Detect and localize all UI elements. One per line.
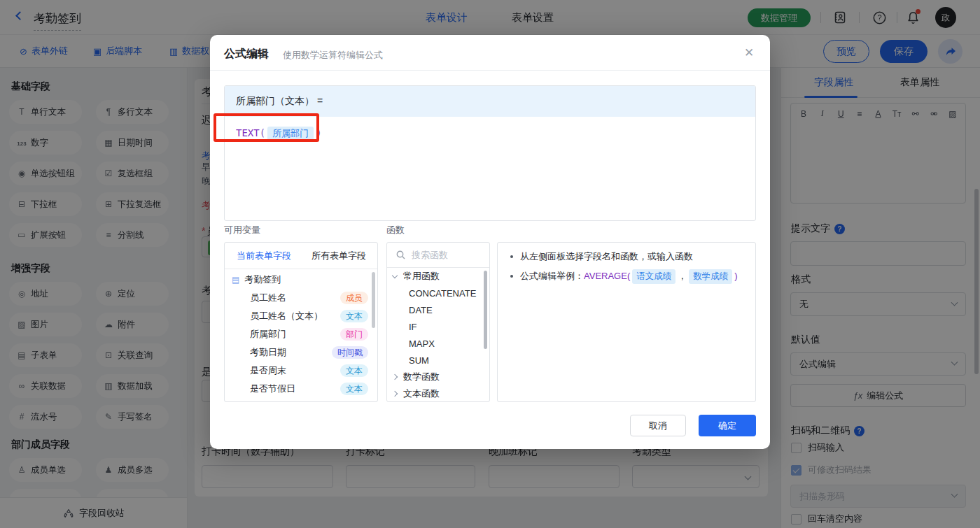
dialog-subtitle: 使用数学运算符编辑公式 bbox=[283, 49, 383, 62]
dialog-title: 公式编辑 bbox=[224, 47, 269, 62]
variable-name: 是否周末 bbox=[250, 364, 286, 377]
variable-type-tag: 文本 bbox=[340, 383, 368, 394]
scrollbar-thumb[interactable] bbox=[372, 272, 375, 328]
variable-type-tag: 文本 bbox=[340, 364, 368, 376]
function-label: IF bbox=[409, 322, 417, 332]
chevron-down-icon bbox=[392, 273, 398, 278]
function-search[interactable]: 搜索函数 bbox=[387, 243, 489, 268]
formula-editor[interactable]: 所属部门（文本） = TEXT(所属部门) bbox=[224, 85, 756, 221]
cancel-button[interactable]: 取消 bbox=[630, 415, 686, 436]
functions-label: 函数 bbox=[386, 224, 405, 236]
variables-label: 可用变量 bbox=[224, 224, 260, 236]
function-label: CONCATENATE bbox=[409, 288, 476, 299]
function-label: 文本函数 bbox=[403, 387, 440, 400]
search-placeholder: 搜索函数 bbox=[412, 249, 448, 262]
function-item[interactable]: SUM bbox=[387, 352, 489, 369]
scrollbar-thumb[interactable] bbox=[484, 271, 487, 349]
variable-type-tag: 文本 bbox=[340, 310, 368, 322]
functions-panel: 搜索函数 常用函数CONCATENATEDATEIFMAPXSUM数学函数文本函… bbox=[386, 242, 490, 402]
search-icon bbox=[396, 250, 405, 259]
formula-assignment: 所属部门（文本） = bbox=[225, 86, 755, 117]
function-item[interactable]: DATE bbox=[387, 301, 489, 318]
variables-panel: 当前表单字段 所有表单字段 ▤ 考勤签到 员工姓名成员员工姓名（文本）文本所属部… bbox=[224, 242, 378, 402]
close-icon[interactable]: ✕ bbox=[742, 46, 756, 60]
variable-name: 是否节假日 bbox=[250, 383, 295, 395]
function-group[interactable]: 数学函数 bbox=[387, 369, 489, 385]
function-label: 数学函数 bbox=[403, 371, 440, 383]
chevron-right-icon bbox=[392, 374, 398, 380]
variables-root[interactable]: ▤ 考勤签到 bbox=[225, 271, 377, 289]
function-item[interactable]: MAPX bbox=[387, 335, 489, 352]
function-item[interactable]: IF bbox=[387, 318, 489, 335]
function-label: SUM bbox=[409, 355, 429, 366]
function-label: MAPX bbox=[409, 338, 435, 349]
confirm-button[interactable]: 确定 bbox=[699, 415, 756, 436]
variables-tabs: 当前表单字段 所有表单字段 bbox=[225, 243, 377, 269]
chevron-right-icon bbox=[392, 391, 398, 397]
variable-row[interactable]: 是否节假日文本 bbox=[225, 380, 377, 398]
tips-panel: 从左侧面板选择字段名和函数，或输入函数 公式编辑举例：AVERAGE(语文成绩，… bbox=[497, 242, 756, 402]
variable-name: 员工姓名 bbox=[250, 292, 286, 304]
variable-row[interactable]: 员工姓名（文本）文本 bbox=[225, 307, 377, 325]
divider bbox=[210, 70, 770, 71]
tip-line: 从左侧面板选择字段名和函数，或输入函数 bbox=[510, 250, 755, 263]
variable-type-tag: 部门 bbox=[340, 328, 368, 340]
tip-example-line: 公式编辑举例：AVERAGE(语文成绩，数学成绩) bbox=[510, 269, 755, 284]
variable-type-tag: 时间戳 bbox=[332, 346, 368, 358]
variable-type-tag: 成员 bbox=[340, 292, 368, 304]
function-label: DATE bbox=[409, 305, 433, 315]
tab-all-form-fields[interactable]: 所有表单字段 bbox=[312, 250, 366, 262]
function-group[interactable]: 文本函数 bbox=[387, 385, 489, 402]
variable-row[interactable]: 是否周末文本 bbox=[225, 362, 377, 380]
form-icon: ▤ bbox=[232, 275, 239, 285]
variable-name: 所属部门 bbox=[250, 328, 286, 341]
function-label: 常用函数 bbox=[403, 270, 440, 283]
annotation-highlight bbox=[214, 113, 319, 142]
variable-row[interactable]: 考勤日期时间戳 bbox=[225, 343, 377, 362]
variable-name: 考勤日期 bbox=[250, 346, 286, 359]
formula-edit-dialog: 公式编辑 使用数学运算符编辑公式 ✕ 所属部门（文本） = TEXT(所属部门)… bbox=[210, 35, 770, 449]
variable-row[interactable]: 所属部门部门 bbox=[225, 325, 377, 343]
function-item[interactable]: CONCATENATE bbox=[387, 285, 489, 301]
function-group[interactable]: 常用函数 bbox=[387, 268, 489, 285]
variable-row[interactable]: 员工姓名成员 bbox=[225, 289, 377, 307]
variable-name: 员工姓名（文本） bbox=[250, 310, 323, 322]
tab-current-form-fields[interactable]: 当前表单字段 bbox=[237, 250, 291, 262]
